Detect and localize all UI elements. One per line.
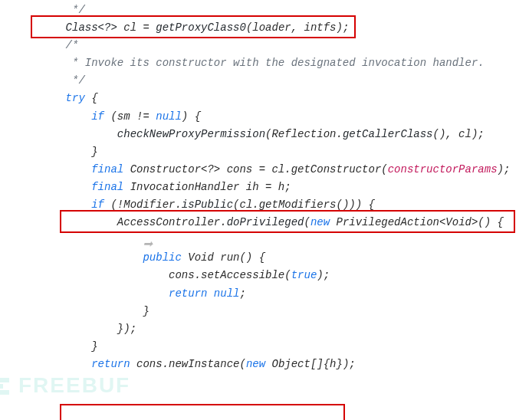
code-token: } <box>143 305 149 317</box>
code-token: (!Modifier. <box>104 199 182 211</box>
highlight-box-return <box>60 404 345 420</box>
code-token: getProxyClass0 <box>156 21 246 34</box>
code-token: Object[]{h}); <box>265 358 356 370</box>
code-token: cons.setAccessible( <box>169 269 291 281</box>
code-token: } <box>91 340 97 353</box>
code-token: constructorParams <box>388 163 498 176</box>
code-line: */ <box>0 72 529 90</box>
code-line: if (sm != null) { <box>0 108 529 126</box>
code-line: /* <box>0 37 529 54</box>
code-token: new <box>310 216 330 228</box>
code-token: true <box>291 269 317 281</box>
code-line: return null; <box>0 285 529 303</box>
watermark-text: FREEBUF <box>18 373 130 397</box>
code-token <box>207 287 213 300</box>
code-token: Void run() { <box>182 251 265 264</box>
code-token: ) { <box>182 110 201 123</box>
watermark-bars-icon <box>0 378 15 395</box>
code-token: PrivilegedAction<Void>() { <box>330 216 504 228</box>
code-line: * Invoke its constructor with the design… <box>0 54 529 72</box>
code-token: Constructor<?> cons = cl.getConstructor( <box>123 163 387 176</box>
code-token: null <box>156 110 182 123</box>
gutter-hint-icon: ⮕ <box>143 237 153 244</box>
code-token: cons.newInstance( <box>130 358 246 370</box>
code-token: new <box>246 358 265 370</box>
code-token: AccessController. <box>117 216 227 228</box>
code-line: ⮕ <box>0 231 529 249</box>
code-line: if (!Modifier.isPublic(cl.getModifiers()… <box>0 196 529 214</box>
code-line: Class<?> cl = getProxyClass0(loader, int… <box>0 19 529 37</box>
code-token: ); <box>498 163 511 176</box>
watermark: FREEBUF <box>0 368 130 403</box>
code-token: * Invoke its constructor with the design… <box>66 57 485 69</box>
code-token: doPrivileged <box>227 216 304 228</box>
code-line: } <box>0 303 529 320</box>
code-line: */ <box>0 2 529 19</box>
code-token: (), cl); <box>433 128 485 140</box>
code-token: cl = <box>117 21 156 34</box>
code-token: final <box>91 163 123 176</box>
code-token: if <box>91 110 104 123</box>
code-block: */ Class<?> cl = getProxyClass0(loader, … <box>0 0 529 373</box>
code-line: } <box>0 143 529 161</box>
code-token: */ <box>66 74 85 87</box>
code-token: final <box>91 181 123 193</box>
code-token: } <box>91 146 97 158</box>
code-token: checkNewProxyPermission <box>117 128 265 140</box>
code-line: AccessController.doPrivileged(new Privil… <box>0 214 529 231</box>
code-line: } <box>0 338 529 356</box>
code-token: (cl.getModifiers())) { <box>233 199 375 211</box>
code-token: isPublic <box>182 199 233 211</box>
code-token: ; <box>239 287 245 300</box>
code-token: if <box>91 199 104 211</box>
code-token: }); <box>117 323 136 335</box>
code-token: return <box>169 287 207 300</box>
code-token: Class<?> <box>66 21 117 34</box>
code-token: null <box>214 287 240 300</box>
code-token: /* <box>66 39 79 51</box>
code-line: }); <box>0 320 529 338</box>
code-token: (sm != <box>104 110 156 123</box>
code-token: try <box>66 92 85 104</box>
code-token: getCallerClass <box>343 128 433 140</box>
code-line: final Constructor<?> cons = cl.getConstr… <box>0 161 529 179</box>
code-line: try { <box>0 90 529 107</box>
code-token: ); <box>317 269 330 281</box>
code-token: (loader, intfs); <box>246 21 349 34</box>
code-token: */ <box>66 4 85 16</box>
code-token: (Reflection. <box>265 128 343 140</box>
code-token: InvocationHandler ih = h; <box>123 181 291 193</box>
code-line: checkNewProxyPermission(Reflection.getCa… <box>0 126 529 143</box>
code-token: public <box>143 251 181 264</box>
code-line: cons.setAccessible(true); <box>0 267 529 284</box>
code-token: { <box>85 92 98 104</box>
code-line: public Void run() { <box>0 249 529 267</box>
code-token: ( <box>304 216 310 228</box>
code-line: final InvocationHandler ih = h; <box>0 179 529 196</box>
